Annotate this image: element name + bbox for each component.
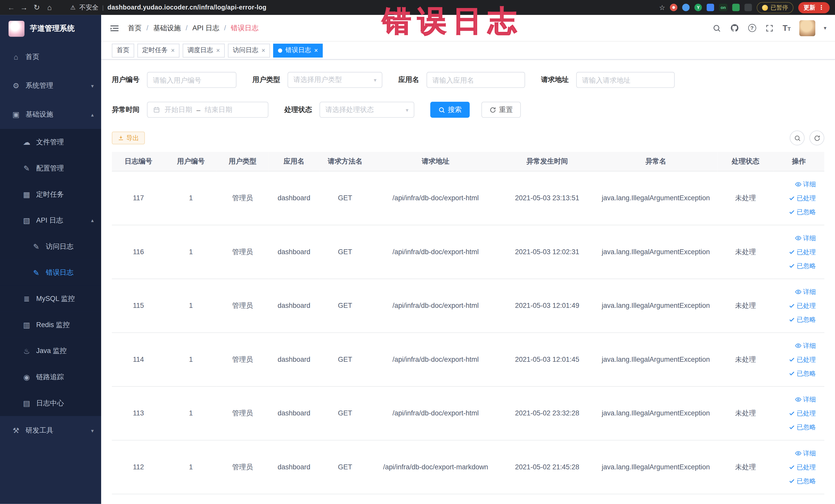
main-content: 首页/基础设施/API 日志/错误日志 ? TT ▾ 首页定时任务×调度日志×访… [101,15,835,504]
search-button[interactable]: 搜索 [430,102,470,118]
request-url-input[interactable] [576,72,675,88]
avatar[interactable] [799,20,815,36]
close-icon[interactable]: × [216,47,220,54]
forward-icon[interactable]: → [18,2,30,13]
tab[interactable]: 错误日志× [273,43,323,57]
extension-icon-6[interactable] [732,4,740,11]
check-icon [789,195,795,201]
sidebar-item[interactable]: ▤日志中心 [0,390,101,416]
breadcrumb-item[interactable]: 错误日志 [231,23,259,33]
action-ignored-link[interactable]: 已忽略 [773,313,816,326]
column-header: 操作 [773,152,824,171]
action-detail-link[interactable]: 详细 [773,338,816,352]
breadcrumb-item[interactable]: 基础设施 [153,23,181,33]
sidebar-item[interactable]: ≣MySQL 监控 [0,285,101,312]
export-button[interactable]: 导出 [112,132,145,144]
font-size-icon[interactable]: TT [782,23,791,32]
sidebar-item-label: 文件管理 [36,137,64,147]
tab[interactable]: 访问日志× [228,43,270,57]
browser-home-icon[interactable]: ⌂ [44,2,56,13]
action-processed-link[interactable]: 已处理 [773,245,816,259]
date-range-picker[interactable]: 开始日期 – 结束日期 [147,102,268,118]
sidebar-item[interactable]: ⚙系统管理▾ [0,72,101,100]
reload-icon[interactable]: ↻ [31,2,43,13]
column-header: 日志编号 [112,152,165,171]
sidebar-item[interactable]: ✎错误日志 [0,259,101,285]
close-icon[interactable]: × [314,47,318,54]
close-icon[interactable]: × [262,47,265,54]
action-detail-link[interactable]: 详细 [773,285,816,299]
extension-icon-4[interactable] [707,4,714,11]
app-logo[interactable]: 芋道管理系统 [0,15,101,43]
breadcrumb-item[interactable]: API 日志 [192,23,219,33]
browser-menu-icon[interactable]: ⋮ [819,4,824,11]
reset-button[interactable]: 重置 [481,102,521,118]
extension-icon-on[interactable]: on [719,4,728,11]
table-toolbar: 导出 [112,130,824,145]
action-detail-link[interactable]: 详细 [773,177,816,191]
extension-icon-2[interactable] [682,4,690,11]
app-name-input[interactable] [427,72,525,88]
tab[interactable]: 调度日志× [183,43,225,57]
sidebar-item-label: API 日志 [36,216,63,225]
update-button[interactable]: 更新 ⋮ [798,2,830,13]
close-icon[interactable]: × [171,47,175,54]
hamburger-icon[interactable] [109,23,120,33]
address-bar[interactable]: ⚠ 不安全 | dashboard.yudao.iocoder.cn/infra… [70,3,658,12]
user-type-select[interactable]: 请选择用户类型 ▾ [287,72,382,88]
cloud-icon: ☁ [22,138,31,146]
action-ignored-link[interactable]: 已忽略 [773,420,816,434]
eye-icon [795,288,801,295]
action-detail-link[interactable]: 详细 [773,231,816,245]
sidebar-item[interactable]: ⚒研发工具▾ [0,416,101,445]
cell-app: dashboard [268,225,320,279]
action-detail-link[interactable]: 详细 [773,392,816,406]
sidebar-item[interactable]: ▥Redis 监控 [0,312,101,338]
action-processed-link[interactable]: 已处理 [773,460,816,474]
github-icon[interactable] [730,23,739,33]
sidebar-item[interactable]: ▦定时任务 [0,181,101,207]
refresh-button[interactable] [809,130,824,145]
toggle-search-button[interactable] [790,130,805,145]
sidebar-item[interactable]: ◉链路追踪 [0,364,101,390]
address-divider: | [102,4,104,11]
sidebar-item-label: 系统管理 [26,81,54,90]
sidebar-item[interactable]: ▧API 日志▴ [0,207,101,234]
update-label: 更新 [804,3,815,11]
action-processed-link[interactable]: 已处理 [773,352,816,366]
search-icon[interactable] [712,23,721,33]
chevron-down-icon[interactable]: ▾ [824,25,826,31]
bookmark-star-icon[interactable]: ☆ [659,3,665,11]
sidebar-item[interactable]: ☁文件管理 [0,129,101,155]
column-header: 用户类型 [217,152,268,171]
process-status-select[interactable]: 请选择处理状态 ▾ [320,102,414,118]
paused-button[interactable]: 已暂停 [757,2,793,13]
help-icon[interactable]: ? [748,24,756,32]
sidebar-item[interactable]: ✎配置管理 [0,155,101,181]
extension-icon-1[interactable] [670,4,677,11]
action-ignored-link[interactable]: 已忽略 [773,259,816,273]
sidebar-item[interactable]: ⌂首页 [0,43,101,72]
action-ignored-link[interactable]: 已忽略 [773,205,816,219]
sidebar-item[interactable]: ✎访问日志 [0,234,101,260]
action-ignored-link[interactable]: 已忽略 [773,366,816,380]
column-header: 请求方法名 [320,152,371,171]
user-id-input[interactable] [147,72,237,88]
action-detail-link[interactable]: 详细 [773,446,816,460]
action-ignored-link[interactable]: 已忽略 [773,474,816,488]
sidebar-item[interactable]: ▣基础设施▴ [0,100,101,129]
tab[interactable]: 首页 [112,43,134,57]
extension-icon-3[interactable]: Y [695,4,702,11]
sidebar-item[interactable]: ♨Java 监控 [0,338,101,364]
fullscreen-icon[interactable] [765,23,774,33]
action-processed-link[interactable]: 已处理 [773,299,816,313]
tab[interactable]: 定时任务× [137,43,179,57]
cell-user_type: 管理员 [217,279,268,332]
column-header: 用户编号 [165,152,217,171]
action-processed-link[interactable]: 已处理 [773,406,816,420]
cell-actions: 详细已处理已忽略 [773,386,824,440]
back-icon[interactable]: ← [5,2,17,13]
extension-icon-7[interactable] [745,4,752,11]
action-processed-link[interactable]: 已处理 [773,191,816,205]
breadcrumb-item[interactable]: 首页 [128,23,142,33]
